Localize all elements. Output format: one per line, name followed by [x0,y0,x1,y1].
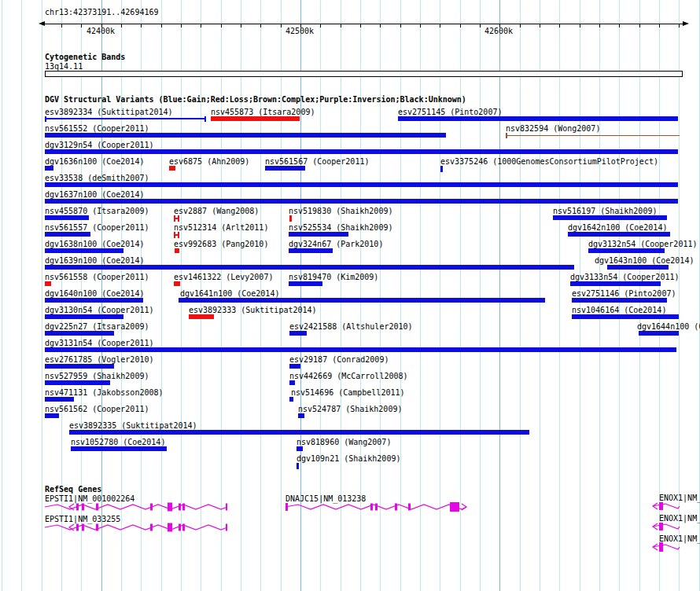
variant-label[interactable]: dgv3130n54 (Cooper2011) [45,306,153,314]
variant-label[interactable]: dgv3129n54 (Cooper2011) [45,141,153,149]
variant-label[interactable]: nsv514696 (Campbell2011) [291,388,405,397]
variant-label[interactable]: esv29187 (Conrad2009) [289,355,389,364]
variant-label[interactable]: dgv1641n100 (Coe2014) [180,289,279,298]
cytoband-label: 13q14.11 [45,62,83,71]
region-coordinates: chr13:42373191..42694169 [45,8,159,17]
strand-arrow-right-icon [462,504,466,510]
exon-block [179,524,181,531]
ruler-tick-label: 42600k [484,27,513,35]
variant-label[interactable]: esv2421588 (Altshuler2010) [289,322,413,331]
variant-label[interactable]: dgv3133n54 (Cooper2011) [570,273,679,281]
exon-block [96,524,98,531]
cytogenetic-bands-title: Cytogenetic Bands [45,53,125,61]
variant-label[interactable]: nsv561567 (Cooper2011) [265,157,369,166]
intron-line [653,545,680,549]
variant-label[interactable]: nsv442669 (McCarroll2008) [289,372,408,380]
variant-label[interactable]: esv2761785 (Vogler2010) [45,355,153,364]
exon-block [395,504,397,511]
variant-label[interactable]: nsv561558 (Cooper2011) [45,273,149,281]
exon-block [408,504,411,511]
variant-label[interactable]: esv992683 (Pang2010) [174,240,268,248]
exon-block [76,504,79,511]
gene-structure[interactable] [45,523,227,532]
refseq-track-title: RefSeq Genes [45,485,101,494]
variant-label[interactable]: dgv225n27 (Itsara2009) [45,322,149,331]
variant-label[interactable]: esv3892333 (Suktitipat2014) [189,306,317,314]
exon-block [82,524,84,531]
variant-label[interactable]: dgv1640n100 (Coe2014) [45,289,144,298]
gene-label[interactable]: DNAJC15|NM_013238 [286,494,366,503]
variant-label[interactable]: esv1461322 (Levy2007) [174,273,273,281]
exon-block [150,524,153,531]
variant-label[interactable]: nsv519830 (Shaikh2009) [289,207,392,215]
variant-label[interactable]: dgv109n21 (Shaikh2009) [297,454,400,463]
variant-label[interactable]: nsv819470 (Kim2009) [289,273,378,281]
intron-line [653,524,680,529]
exon-block [659,502,663,510]
gene-structure[interactable] [653,502,680,510]
exon-block [150,504,153,511]
gene-label[interactable]: ENOX1|NM_ [659,534,700,543]
variant-label[interactable]: nsv455870 (Itsara2009) [45,207,149,215]
variant-label[interactable]: dgv1639n100 (Coe2014) [45,256,144,265]
variant-label[interactable]: nsv527959 (Shaikh2009) [45,372,149,380]
variant-label[interactable]: nsv561557 (Cooper2011) [45,223,149,232]
ruler-tick-label: 42400k [87,27,115,35]
variant-label[interactable]: dgv1644n100 (Coe2014) [637,322,700,331]
variant-label[interactable]: dgv1638n100 (Coe2014) [45,240,144,248]
variant-label[interactable]: nsv561552 (Cooper2011) [45,124,149,133]
gene-structure[interactable] [45,503,227,512]
variant-label[interactable]: nsv561562 (Cooper2011) [45,405,149,413]
exon-block [179,504,181,511]
exon-block [659,542,663,552]
exon-block [182,504,185,511]
variant-label[interactable]: nsv1052780 (Coe2014) [71,438,165,446]
variant-label[interactable]: dgv1642n100 (Coe2014) [568,223,667,232]
exon-block [82,504,84,511]
exon-block [182,524,185,531]
variant-label[interactable]: nsv512314 (Arlt2011) [174,223,268,232]
variant-label[interactable]: dgv324n67 (Park2010) [289,240,383,248]
variant-label[interactable]: dgv1637n100 (Coe2014) [45,190,144,199]
variant-label[interactable]: esv3892334 (Suktitipat2014) [45,108,173,116]
gene-structure[interactable] [653,523,680,530]
variant-label[interactable]: esv2887 (Wang2008) [174,207,259,215]
variant-label[interactable]: nsv524787 (Shaikh2009) [298,405,402,413]
gene-structure[interactable] [653,542,680,552]
variant-label[interactable]: esv2751146 (Pinto2007) [572,289,676,298]
variant-label[interactable]: dgv3131n54 (Cooper2011) [45,339,153,347]
gene-label[interactable]: EPSTI1|NM_033255 [45,515,120,523]
exon-block [226,524,227,531]
ruler-tick-label: 42500k [286,27,314,35]
exon-block [659,523,663,530]
variant-label[interactable]: nsv471131 (Jakobsson2008) [45,388,164,397]
variant-label[interactable]: esv2751145 (Pinto2007) [398,108,502,116]
exon-block [76,524,79,531]
exon-block [450,502,459,512]
gene-label[interactable]: ENOX1|NM_ [659,494,700,502]
variant-label[interactable]: dgv1643n100 (Coe2014) [595,256,694,265]
variant-label[interactable]: esv33538 (deSmith2007) [45,174,149,182]
exon-block [375,504,378,511]
exon-block [168,523,172,532]
dgv-track-title: DGV Structural Variants (Blue:Gain;Red:L… [45,95,466,104]
intron-line [653,504,680,508]
gene-structure[interactable] [286,502,466,512]
variant-label[interactable]: dgv1636n100 (Coe2014) [45,157,144,166]
exon-block [168,503,172,512]
variant-label[interactable]: nsv516197 (Shaikh2009) [553,207,657,215]
variant-label[interactable]: nsv1046164 (Coe2014) [572,306,666,314]
variant-label[interactable]: nsv832594 (Wong2007) [506,124,600,133]
variant-label[interactable]: nsv525534 (Shaikh2009) [289,223,392,232]
variant-label[interactable]: esv6875 (Ahn2009) [169,157,249,166]
variant-label[interactable]: nsv818960 (Wang2007) [297,438,391,446]
gene-label[interactable]: ENOX1|NM_ [659,514,700,523]
exon-block [226,504,227,511]
gene-label[interactable]: EPSTI1|NM_001002264 [45,494,134,503]
variant-label[interactable]: esv3892335 (Suktitipat2014) [69,421,197,430]
exon-block [286,503,288,511]
variant-label[interactable]: nsv455873 (Itsara2009) [211,108,315,116]
exon-block [370,504,373,511]
variant-label[interactable]: dgv3132n54 (Cooper2011) [588,240,697,248]
variant-label[interactable]: esv3375246 (1000GenomesConsortiumPilotPr… [440,157,658,166]
